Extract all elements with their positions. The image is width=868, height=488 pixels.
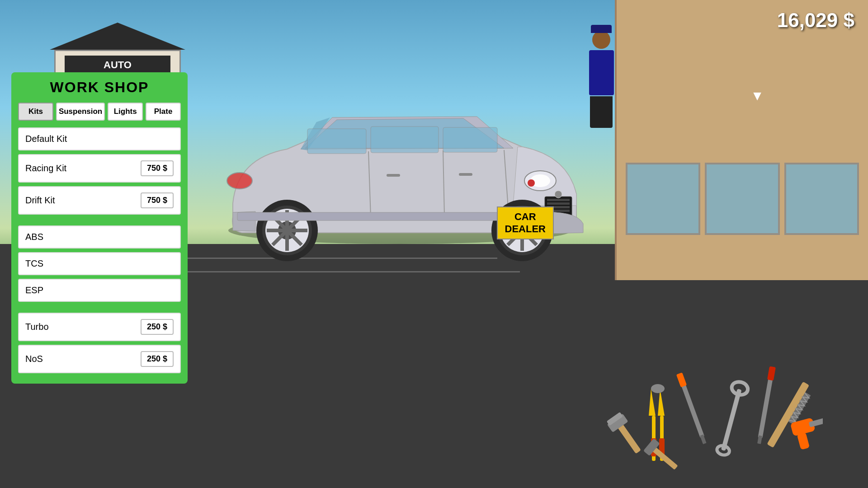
garage-window-3 [784, 163, 859, 235]
npc-legs [590, 96, 613, 128]
workshop-title: WORK SHOP [18, 79, 181, 96]
item-price-drift-kit: 750 $ [141, 192, 174, 208]
tools-area [597, 352, 823, 479]
npc-head [592, 31, 610, 49]
car-plate: CAR DEALER [497, 206, 554, 239]
plate-line1: CAR [505, 211, 546, 223]
menu-item-default-kit[interactable]: Default Kit [18, 127, 181, 150]
svg-rect-50 [758, 375, 773, 438]
tab-lights[interactable]: Lights [108, 103, 143, 121]
svg-point-35 [555, 191, 562, 198]
svg-rect-16 [387, 174, 400, 177]
svg-rect-52 [757, 436, 762, 444]
item-price-racing-kit: 750 $ [141, 160, 174, 176]
menu-item-esp[interactable]: ESP [18, 279, 181, 302]
item-label-tcs: TCS [25, 258, 43, 269]
garage-windows [626, 163, 859, 235]
item-label-esp: ESP [25, 285, 43, 296]
svg-rect-46 [700, 435, 706, 445]
garage-window-2 [705, 163, 779, 235]
workshop-panel: WORK SHOP Kits Suspension Lights Plate D… [11, 72, 188, 384]
npc-character [579, 23, 624, 136]
section-spacer-1 [18, 218, 181, 225]
svg-point-12 [227, 173, 252, 189]
svg-rect-51 [767, 366, 776, 380]
menu-item-turbo[interactable]: Turbo 250 $ [18, 313, 181, 341]
garage-building [615, 0, 868, 280]
menu-item-racing-kit[interactable]: Racing Kit 750 $ [18, 154, 181, 183]
tab-kits[interactable]: Kits [18, 103, 53, 121]
svg-point-11 [528, 179, 535, 187]
car-area: CAR DEALER [158, 45, 642, 298]
npc-cap [591, 25, 612, 33]
tab-suspension[interactable]: Suspension [56, 103, 105, 121]
svg-rect-47 [721, 389, 742, 451]
item-label-racing-kit: Racing Kit [25, 163, 66, 174]
svg-rect-34 [237, 212, 518, 221]
tools-svg [597, 352, 823, 479]
menu-item-drift-kit[interactable]: Drift Kit 750 $ [18, 186, 181, 215]
svg-point-49 [716, 444, 731, 456]
svg-rect-5 [547, 199, 570, 201]
svg-point-48 [730, 380, 749, 396]
svg-rect-17 [459, 173, 472, 176]
svg-rect-3 [443, 127, 497, 152]
svg-rect-57 [797, 432, 810, 450]
npc-body [589, 50, 614, 95]
item-label-default-kit: Default Kit [25, 134, 67, 144]
balance-display: 16,029 $ [777, 9, 854, 32]
tab-row: Kits Suspension Lights Plate [18, 103, 181, 121]
section-spacer-2 [18, 305, 181, 313]
item-label-abs: ABS [25, 232, 43, 242]
item-price-nos: 250 $ [141, 351, 174, 367]
svg-rect-2 [371, 127, 439, 153]
item-label-drift-kit: Drift Kit [25, 195, 55, 206]
svg-rect-1 [307, 129, 366, 154]
tab-plate[interactable]: Plate [146, 103, 181, 121]
svg-rect-6 [547, 202, 570, 205]
item-label-turbo: Turbo [25, 322, 49, 332]
svg-rect-44 [680, 381, 705, 438]
menu-item-nos[interactable]: NoS 250 $ [18, 345, 181, 373]
plate-line2: DEALER [505, 223, 546, 235]
svg-rect-45 [676, 372, 687, 387]
svg-point-39 [651, 384, 665, 393]
menu-item-abs[interactable]: ABS [18, 225, 181, 249]
menu-item-tcs[interactable]: TCS [18, 252, 181, 275]
item-label-nos: NoS [25, 354, 43, 364]
car: CAR DEALER [197, 77, 604, 267]
dropdown-arrow-icon[interactable]: ▼ [750, 88, 764, 103]
item-price-turbo: 250 $ [141, 319, 174, 335]
